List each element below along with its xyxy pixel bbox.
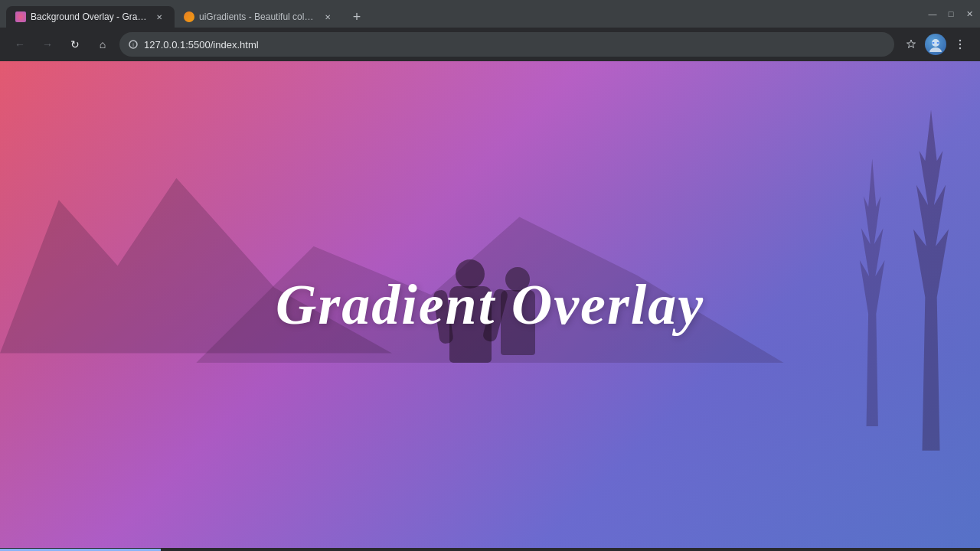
menu-button[interactable] bbox=[949, 34, 971, 55]
svg-point-4 bbox=[933, 42, 935, 44]
back-button[interactable]: ← bbox=[9, 34, 31, 55]
tab-2-favicon bbox=[184, 11, 194, 22]
home-button[interactable]: ⌂ bbox=[92, 34, 113, 55]
avatar bbox=[925, 34, 946, 55]
browser-frame: Background Overlay - Gradient ✕ uiGradie… bbox=[0, 0, 980, 551]
tab-1-favicon bbox=[15, 11, 26, 22]
url-text: 127.0.0.1:5500/index.html bbox=[144, 39, 885, 51]
lock-icon: i bbox=[129, 40, 138, 49]
window-controls: — □ ✕ bbox=[928, 9, 974, 18]
title-bar: Background Overlay - Gradient ✕ uiGradie… bbox=[0, 0, 980, 28]
svg-text:i: i bbox=[132, 42, 134, 47]
tabs-area: Background Overlay - Gradient ✕ uiGradie… bbox=[6, 0, 922, 28]
refresh-button[interactable]: ↻ bbox=[64, 34, 86, 55]
star-icon bbox=[905, 38, 917, 51]
dots-menu-icon bbox=[954, 38, 966, 51]
minimize-button[interactable]: — bbox=[928, 9, 937, 18]
forward-button[interactable]: → bbox=[37, 34, 58, 55]
address-bar[interactable]: i 127.0.0.1:5500/index.html bbox=[119, 32, 894, 57]
tab-1-close[interactable]: ✕ bbox=[153, 11, 165, 23]
bookmark-button[interactable] bbox=[900, 34, 922, 55]
svg-point-7 bbox=[959, 44, 961, 45]
incognito-icon bbox=[928, 37, 943, 52]
svg-point-6 bbox=[959, 40, 961, 41]
webpage-content: Gradient Overlay bbox=[0, 61, 980, 548]
profile-button[interactable] bbox=[925, 34, 946, 55]
toolbar-actions bbox=[900, 34, 971, 55]
svg-point-3 bbox=[929, 47, 942, 52]
overlay-heading: Gradient Overlay bbox=[276, 272, 704, 337]
tab-1[interactable]: Background Overlay - Gradient ✕ bbox=[6, 6, 175, 28]
toolbar: ← → ↻ ⌂ i 127.0.0.1:5500/index.html bbox=[0, 28, 980, 61]
bottom-strip bbox=[0, 548, 980, 551]
tab-2[interactable]: uiGradients - Beautiful colored g… ✕ bbox=[175, 6, 343, 28]
tab-2-close[interactable]: ✕ bbox=[322, 11, 334, 23]
svg-point-5 bbox=[937, 42, 939, 44]
new-tab-button[interactable]: + bbox=[346, 6, 368, 28]
tab-2-title: uiGradients - Beautiful colored g… bbox=[199, 11, 317, 22]
close-button[interactable]: ✕ bbox=[965, 9, 974, 18]
svg-point-8 bbox=[959, 47, 961, 49]
maximize-button[interactable]: □ bbox=[946, 9, 956, 18]
tab-1-title: Background Overlay - Gradient bbox=[31, 11, 149, 22]
